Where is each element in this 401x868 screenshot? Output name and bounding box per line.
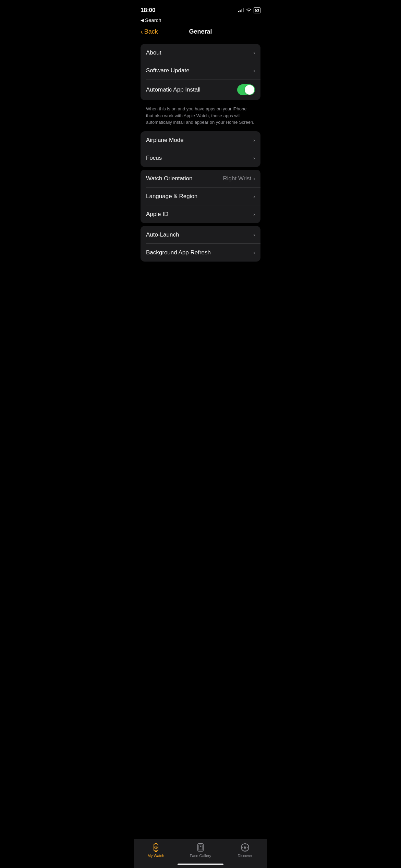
- about-row[interactable]: About ›: [141, 44, 260, 62]
- back-label: Back: [144, 28, 158, 35]
- search-triangle-icon: ◀: [141, 18, 144, 23]
- language-region-chevron-icon: ›: [253, 194, 255, 199]
- software-update-right: ›: [253, 68, 255, 73]
- settings-group-2: Airplane Mode › Focus ›: [141, 131, 260, 167]
- nav-header: ‹ Back General: [134, 25, 267, 41]
- watch-orientation-chevron-icon: ›: [253, 176, 255, 181]
- wifi-icon: [246, 8, 252, 12]
- search-back-label: Search: [145, 17, 161, 23]
- auto-app-install-label: Automatic App Install: [146, 86, 200, 93]
- apple-id-right: ›: [253, 212, 255, 217]
- background-app-refresh-row[interactable]: Background App Refresh ›: [141, 244, 260, 262]
- auto-launch-right: ›: [253, 232, 255, 238]
- focus-chevron-icon: ›: [253, 155, 255, 161]
- about-chevron-icon: ›: [253, 50, 255, 56]
- status-time: 18:00: [141, 7, 155, 14]
- back-button[interactable]: ‹ Back: [141, 28, 158, 36]
- focus-label: Focus: [146, 155, 162, 161]
- apple-id-chevron-icon: ›: [253, 212, 255, 217]
- back-chevron-icon: ‹: [141, 28, 143, 36]
- software-update-chevron-icon: ›: [253, 68, 255, 73]
- auto-launch-row[interactable]: Auto-Launch ›: [141, 226, 260, 244]
- background-app-refresh-chevron-icon: ›: [253, 250, 255, 255]
- auto-launch-chevron-icon: ›: [253, 232, 255, 238]
- language-region-row[interactable]: Language & Region ›: [141, 188, 260, 205]
- auto-launch-label: Auto-Launch: [146, 231, 179, 238]
- signal-icon: [238, 8, 244, 12]
- about-right: ›: [253, 50, 255, 56]
- content-area: About › Software Update › Automatic App …: [134, 41, 267, 299]
- watch-orientation-row[interactable]: Watch Orientation Right Wrist ›: [141, 170, 260, 188]
- status-right: 53: [238, 7, 260, 13]
- signal-bar-3: [241, 9, 242, 12]
- language-region-label: Language & Region: [146, 193, 197, 200]
- background-app-refresh-right: ›: [253, 250, 255, 255]
- software-update-label: Software Update: [146, 67, 190, 74]
- battery-level: 53: [255, 8, 259, 12]
- airplane-mode-right: ›: [253, 137, 255, 143]
- toggle-knob: [245, 85, 254, 95]
- auto-app-install-toggle[interactable]: [237, 84, 255, 95]
- battery-indicator: 53: [254, 7, 260, 13]
- focus-row[interactable]: Focus ›: [141, 149, 260, 167]
- page-title: General: [189, 28, 212, 35]
- software-update-row[interactable]: Software Update ›: [141, 62, 260, 80]
- watch-orientation-label: Watch Orientation: [146, 175, 192, 182]
- auto-install-description: When this is on and you have apps on you…: [141, 103, 260, 131]
- apple-id-label: Apple ID: [146, 211, 168, 218]
- signal-bar-1: [238, 11, 239, 12]
- search-back-area: ◀ Search: [134, 17, 267, 25]
- auto-app-install-row[interactable]: Automatic App Install: [141, 80, 260, 100]
- signal-bar-4: [243, 8, 244, 12]
- status-bar: 18:00 53: [134, 0, 267, 17]
- watch-orientation-value: Right Wrist: [223, 175, 252, 182]
- signal-bar-2: [240, 10, 241, 12]
- background-app-refresh-label: Background App Refresh: [146, 249, 211, 256]
- settings-group-3: Watch Orientation Right Wrist › Language…: [141, 170, 260, 223]
- settings-group-4: Auto-Launch › Background App Refresh ›: [141, 226, 260, 262]
- watch-orientation-right: Right Wrist ›: [223, 175, 255, 182]
- focus-right: ›: [253, 155, 255, 161]
- settings-group-1: About › Software Update › Automatic App …: [141, 44, 260, 100]
- search-back-text: ◀ Search: [141, 17, 161, 23]
- airplane-mode-label: Airplane Mode: [146, 137, 184, 144]
- language-region-right: ›: [253, 194, 255, 199]
- apple-id-row[interactable]: Apple ID ›: [141, 205, 260, 223]
- airplane-mode-chevron-icon: ›: [253, 137, 255, 143]
- airplane-mode-row[interactable]: Airplane Mode ›: [141, 131, 260, 149]
- about-label: About: [146, 49, 161, 56]
